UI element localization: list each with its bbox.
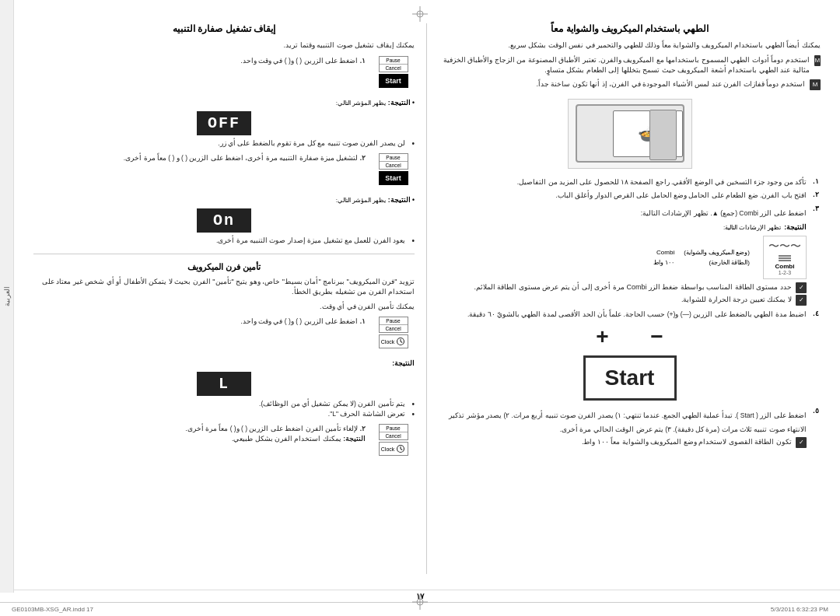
pause-label-4: Pause	[380, 425, 408, 432]
pause-label-2: Pause	[380, 154, 408, 162]
pause-label-1: Pause	[380, 57, 408, 65]
result-label-1: • النتيجة:	[386, 99, 415, 107]
start-big-container: Start	[439, 355, 821, 401]
step3-content: اضغط على الزر Combi (جمع) ▲. تظهر الإرشا…	[439, 205, 807, 306]
step2-block: Pause Cancel Start ۲. لتشغيل ميزة صفارة …	[33, 153, 415, 185]
result-label-3: النتيجة:	[392, 359, 415, 367]
pause-cancel-btn-3[interactable]: Pause Cancel	[379, 317, 408, 333]
combi-row2-val: ١٠٠ واط	[649, 258, 678, 267]
note2-icon: M	[810, 79, 821, 90]
start-btn-2[interactable]: Start	[379, 171, 408, 185]
note4-text: لا يمكنك تعيين درجة الحرارة للشواية.	[681, 295, 792, 306]
right-step4: ٤. اضبط مدة الطهي بالضغط على الزرين (—) …	[439, 310, 821, 320]
note1-icon: M	[814, 55, 821, 66]
left-section-title: إيقاف تشغيل صفارة التنبيه	[33, 23, 415, 34]
clock-icon-1	[396, 337, 405, 346]
combi-nums: 1-2-3	[779, 270, 791, 275]
combi-display: 〜〜〜 Combi 1-2-3	[439, 236, 807, 279]
cancel-label-1: Cancel	[380, 65, 408, 72]
bullet1-block: • لن يصدر الفرن صوت تنبيه مع كل مرة تقوم…	[41, 138, 415, 149]
combi-row2: (الطاقة الخارجة) ١٠٠ واط	[649, 258, 754, 267]
bullet3: • يتم تأمين الفرن (لا يمكن تشغيل أي من ا…	[41, 399, 415, 409]
cancel-label-2: Cancel	[380, 162, 408, 169]
combi-icon: 〜〜〜 Combi 1-2-3	[763, 236, 807, 279]
result2-block: • النتيجة: يظهر المؤشر التالي: On	[33, 191, 415, 233]
plus-button[interactable]: +	[591, 324, 614, 349]
result1-block: • النتيجة: يظهر المؤشر التالي: OFF	[33, 94, 415, 135]
clock-btn-1[interactable]: Clock	[379, 334, 408, 348]
step5-content: اضغط على الزر ( Start ). تبدأ عملية الطه…	[439, 407, 807, 448]
start-big-button[interactable]: Start	[583, 355, 677, 401]
sidebar: العربية	[0, 0, 14, 593]
display-l: L	[33, 372, 415, 396]
display-off: OFF	[33, 111, 415, 135]
display-on: On	[33, 208, 415, 233]
note3-text: حدد مستوى الطاقة المناسب بواسطة ضغط الزر…	[474, 282, 792, 293]
left-panel: إيقاف تشغيل صفارة التنبيه يمكنك إيقاف تش…	[30, 23, 427, 574]
note1-text: استخدم دوماً أدوات الطهي المسموح باستخدا…	[439, 55, 810, 76]
step4-buttons: Pause Cancel Clock	[372, 424, 415, 456]
grill-icon	[777, 254, 793, 263]
bullet1: • لن يصدر الفرن صوت تنبيه مع كل مرة تقوم…	[41, 138, 415, 149]
crosshair-bottom-icon	[412, 594, 428, 610]
right-step5: ٥. اضغط على الزر ( Start ). تبدأ عملية ا…	[439, 407, 821, 448]
microwave-waves-icon: 〜〜〜	[768, 240, 801, 254]
crosshair-top-icon	[412, 6, 428, 22]
combi-grill-icon	[777, 254, 793, 263]
note4-icon: ✓	[796, 295, 807, 306]
right-step2: ۲. افتح باب الفرن. ضع الطعام على الحامل …	[439, 191, 821, 201]
bullet2-block: • يعود الفرن للعمل مع تشغيل ميزة إصدار ص…	[41, 236, 415, 246]
oven-image: 🍲	[568, 99, 692, 169]
page: العربية إيقاف تشغيل صفارة التنبيه يمكنك …	[0, 0, 840, 616]
footer-left: GE0103MB-XSG_AR.indd 17	[12, 606, 93, 613]
note2-text: استخدم دوماً قفازات الفرن عند لمس الأشيا…	[536, 79, 805, 90]
note3-block: ✓ حدد مستوى الطاقة المناسب بواسطة ضغط ال…	[439, 282, 807, 293]
result3-block: النتيجة: L	[33, 355, 415, 396]
minus-button[interactable]: −	[646, 324, 669, 349]
result-label-2: • النتيجة:	[386, 196, 415, 204]
minus-plus-area: − +	[439, 324, 821, 349]
bullet4: • تعرض الشاشة الحرف "L".	[41, 409, 415, 419]
step1-buttons: Pause Cancel Start	[372, 56, 415, 88]
cancel-label-4: Cancel	[380, 432, 408, 439]
pause-cancel-btn-4[interactable]: Pause Cancel	[379, 424, 408, 440]
svg-line-8	[401, 449, 402, 450]
clock-btn-2[interactable]: Clock	[379, 442, 408, 456]
safety-intro: تزويد "فرن الميكرويف" ببرنامج "أمان بسيط…	[33, 277, 415, 298]
subsection-title: تأمين فرن الميكرويف	[33, 262, 415, 272]
right-step1: ۱. تأكد من وجود جزء التسخين في الوضع الأ…	[439, 177, 821, 187]
safety-note: يمكنك تأمين الفرن في أي وقت.	[33, 302, 415, 313]
note4-block: ✓ لا يمكنك تعيين درجة الحرارة للشواية.	[439, 295, 807, 306]
pause-label-3: Pause	[380, 317, 408, 325]
note3-icon: ✓	[796, 282, 807, 293]
note5-text: تكون الطاقة القصوى لاستخدام وضع الميكروي…	[582, 437, 792, 448]
oven-image-container: 🍲	[439, 95, 821, 173]
combi-row2-label: (الطاقة الخارجة)	[680, 258, 754, 267]
step3-block: Pause Cancel Clock ۱. اضغط على الزرين (	[33, 317, 415, 348]
cancel-label-3: Cancel	[380, 325, 408, 332]
combi-row1: (وضع الميكرويف والشواية) Combi	[649, 248, 754, 257]
combi-row1-val: Combi	[649, 248, 678, 257]
step4-block: Pause Cancel Clock ۲. لإلغاء تأمين الفرن…	[33, 424, 415, 456]
step1-block: Pause Cancel Start ۱. اضغط على الزرين ( …	[33, 56, 415, 88]
start-btn-1[interactable]: Start	[379, 74, 408, 88]
right-panel: الطهي باستخدام الميكرويف والشواية معاً ي…	[427, 23, 824, 574]
step1-text: ۱. اضغط على الزرين ( ) و( ) في وقت واحد.	[33, 56, 366, 66]
step2-buttons: Pause Cancel Start	[372, 153, 415, 185]
bullets-lock: • يتم تأمين الفرن (لا يمكن تشغيل أي من ا…	[41, 399, 415, 419]
sidebar-label: العربية	[3, 286, 11, 306]
pause-cancel-btn-1[interactable]: Pause Cancel	[379, 56, 408, 72]
combi-results-table: (وضع الميكرويف والشواية) Combi (الطاقة ا…	[648, 247, 755, 268]
note5-block: ✓ تكون الطاقة القصوى لاستخدام وضع الميكر…	[439, 437, 807, 448]
svg-line-5	[401, 341, 402, 343]
note1-block: M استخدم دوماً أدوات الطهي المسموح باستخ…	[439, 55, 821, 76]
right-section-title: الطهي باستخدام الميكرويف والشواية معاً	[439, 23, 821, 34]
content-area: العربية إيقاف تشغيل صفارة التنبيه يمكنك …	[0, 0, 840, 590]
note5-icon: ✓	[796, 437, 807, 448]
footer-right: 5/3/2011 6:32:23 PM	[771, 606, 828, 613]
pause-cancel-btn-2[interactable]: Pause Cancel	[379, 153, 408, 170]
oven-body: 🍲	[576, 104, 684, 163]
clock-icon-2	[396, 444, 405, 453]
note2-block: M استخدم دوماً قفازات الفرن عند لمس الأش…	[439, 79, 821, 90]
step3-text: ۱. اضغط على الزرين ( ) و( ) في وقت واحد.	[33, 317, 366, 327]
